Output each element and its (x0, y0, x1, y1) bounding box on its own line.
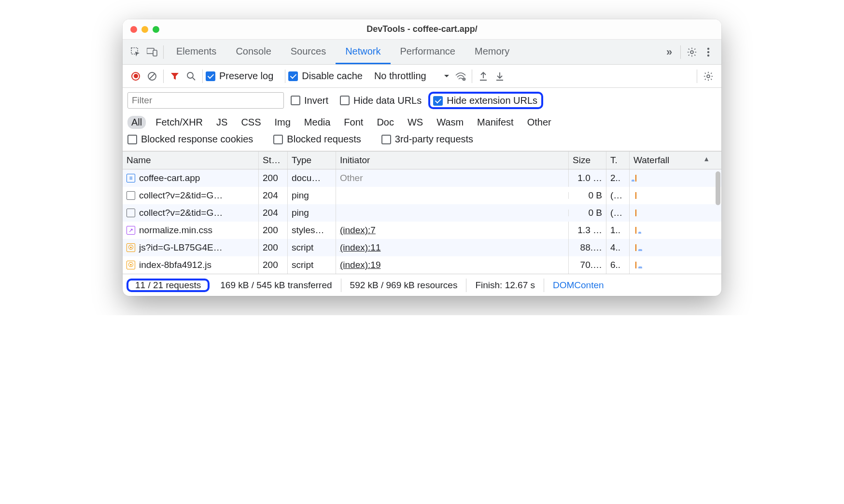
titlebar: DevTools - coffee-cart.app/ (123, 19, 721, 40)
requests-table: Name St… Type Initiator Size T. Waterfal… (123, 151, 721, 274)
device-toggle-icon[interactable] (144, 44, 160, 60)
pill-wasm[interactable]: Wasm (433, 116, 467, 129)
throttling-select[interactable]: No throttling (371, 70, 452, 82)
pill-ws[interactable]: WS (404, 116, 427, 129)
table-row[interactable]: collect?v=2&tid=G…204ping0 B(… (123, 204, 721, 222)
invert-label: Invert (304, 95, 328, 106)
col-status[interactable]: St… (259, 152, 288, 169)
col-time[interactable]: T. (606, 152, 630, 169)
blocked-cookies-checkbox[interactable]: Blocked response cookies (127, 134, 253, 145)
preserve-log-checkbox[interactable]: Preserve log (206, 70, 273, 82)
table-row[interactable]: collect?v=2&tid=G…204ping0 B(… (123, 187, 721, 204)
devtools-window: DevTools - coffee-cart.app/ ElementsCons… (123, 19, 721, 296)
pill-css[interactable]: CSS (237, 116, 265, 129)
pill-other[interactable]: Other (523, 116, 555, 129)
table-row[interactable]: ⦿index-8bfa4912.js200script(index):1970.… (123, 256, 721, 274)
blocked-requests-checkbox[interactable]: Blocked requests (273, 134, 361, 145)
request-name: collect?v=2&tid=G… (139, 208, 223, 218)
settings-icon[interactable] (684, 44, 700, 60)
pill-font[interactable]: Font (340, 116, 367, 129)
doc-file-icon: ≡ (127, 174, 135, 182)
css-file-icon: ↗ (127, 226, 135, 235)
minimize-button[interactable] (141, 26, 148, 33)
pill-img[interactable]: Img (271, 116, 295, 129)
hide-data-urls-checkbox[interactable]: Hide data URLs (340, 95, 422, 106)
svg-point-9 (187, 72, 193, 78)
tab-network[interactable]: Network (336, 40, 390, 64)
pill-media[interactable]: Media (300, 116, 334, 129)
maximize-button[interactable] (153, 26, 159, 33)
svg-point-3 (690, 51, 693, 54)
js-file-icon: ⦿ (127, 243, 135, 252)
network-toolbar: Preserve log Disable cache No throttling (123, 65, 721, 88)
initiator-link[interactable]: (index):19 (340, 260, 381, 270)
filter-toggle-icon[interactable] (167, 68, 183, 84)
inspect-icon[interactable] (127, 44, 144, 60)
tab-sources[interactable]: Sources (281, 40, 336, 64)
checkbox-icon (340, 96, 350, 105)
kebab-menu-icon[interactable] (700, 44, 717, 60)
pill-fetchxhr[interactable]: Fetch/XHR (152, 116, 207, 129)
status-finish: Finish: 12.67 s (466, 279, 544, 292)
network-settings-icon[interactable] (700, 68, 717, 84)
separator (163, 70, 164, 83)
tab-console[interactable]: Console (226, 40, 281, 64)
checkbox-icon (206, 71, 215, 81)
import-har-icon[interactable] (492, 68, 508, 84)
close-button[interactable] (130, 26, 137, 33)
svg-point-5 (707, 51, 709, 53)
separator (202, 70, 203, 83)
third-party-checkbox[interactable]: 3rd-party requests (381, 134, 473, 145)
initiator-link[interactable]: (index):7 (340, 225, 376, 235)
status-requests: 11 / 21 requests (127, 279, 210, 292)
tab-performance[interactable]: Performance (391, 40, 465, 64)
pill-js[interactable]: JS (212, 116, 231, 129)
third-party-label: 3rd-party requests (395, 134, 473, 145)
col-initiator[interactable]: Initiator (336, 152, 569, 169)
separator (472, 70, 472, 83)
svg-point-4 (707, 47, 709, 49)
separator (697, 70, 697, 83)
filter-input[interactable] (127, 92, 284, 109)
waterfall-cell (630, 192, 721, 199)
network-conditions-icon[interactable] (452, 68, 469, 84)
col-type[interactable]: Type (288, 152, 336, 169)
pill-doc[interactable]: Doc (373, 116, 398, 129)
search-icon[interactable] (183, 68, 199, 84)
hide-data-urls-label: Hide data URLs (353, 95, 422, 106)
waterfall-cell (630, 210, 721, 216)
more-tabs-button[interactable]: » (661, 44, 677, 60)
checkbox-icon (291, 96, 300, 105)
waterfall-cell (630, 227, 721, 234)
initiator-link: Other (340, 173, 363, 183)
clear-button[interactable] (144, 68, 160, 84)
export-har-icon[interactable] (475, 68, 492, 84)
other-file-icon (127, 209, 135, 217)
sort-asc-icon: ▲ (703, 155, 710, 163)
hide-extension-urls-highlight: Hide extension URLs (428, 92, 543, 109)
request-name: js?id=G-LB75G4E… (139, 242, 223, 253)
col-size[interactable]: Size (569, 152, 606, 169)
tab-elements[interactable]: Elements (167, 40, 226, 64)
pill-all[interactable]: All (127, 116, 146, 129)
js-file-icon: ⦿ (127, 261, 135, 269)
tab-memory[interactable]: Memory (465, 40, 519, 64)
table-row[interactable]: ⦿js?id=G-LB75G4E…200script(index):1188.…… (123, 239, 721, 256)
chevron-down-icon (444, 74, 450, 78)
table-row[interactable]: ↗normalize.min.css200styles…(index):71.3… (123, 222, 721, 239)
pill-manifest[interactable]: Manifest (473, 116, 518, 129)
disable-cache-checkbox[interactable]: Disable cache (288, 70, 363, 82)
col-waterfall[interactable]: Waterfall ▲ (630, 152, 721, 169)
checkbox-icon (273, 135, 283, 144)
invert-checkbox[interactable]: Invert (291, 95, 328, 106)
col-name[interactable]: Name (123, 152, 259, 169)
request-name: coffee-cart.app (139, 173, 200, 183)
table-header[interactable]: Name St… Type Initiator Size T. Waterfal… (123, 151, 721, 169)
table-body: ≡coffee-cart.app200docu…Other1.0 …2..col… (123, 169, 721, 274)
record-button[interactable] (127, 68, 144, 84)
other-file-icon (127, 191, 135, 200)
table-row[interactable]: ≡coffee-cart.app200docu…Other1.0 …2.. (123, 169, 721, 187)
hide-extension-urls-checkbox[interactable]: Hide extension URLs (433, 95, 537, 106)
checkbox-icon (433, 96, 443, 106)
initiator-link[interactable]: (index):11 (340, 242, 381, 252)
